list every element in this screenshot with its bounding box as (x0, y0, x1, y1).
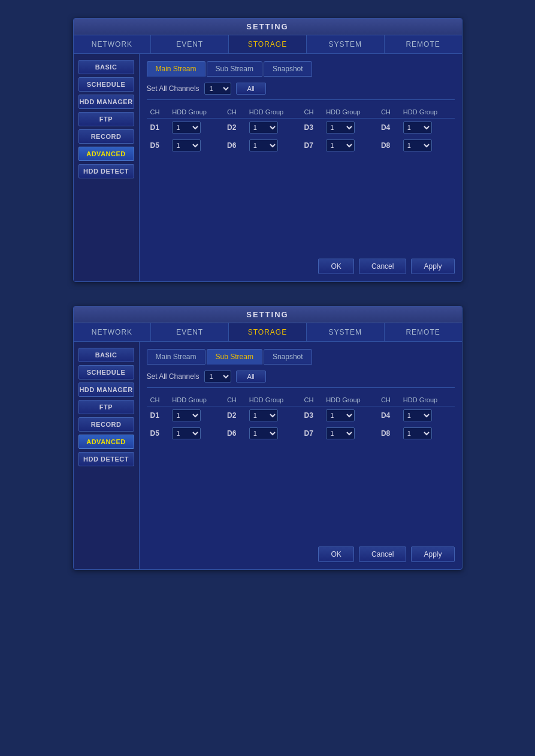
hdd-group-cell-D5: 1 (168, 136, 223, 154)
top-nav-event[interactable]: EVENT (151, 323, 229, 341)
col-header-5: HDD Group (322, 394, 377, 406)
ch-label-D3: D3 (300, 406, 322, 425)
tab-snapshot[interactable]: Snapshot (264, 349, 312, 365)
channel-table: CHHDD GroupCHHDD GroupCHHDD GroupCHHDD G… (147, 106, 455, 154)
hdd-group-select-D7[interactable]: 1 (326, 427, 355, 439)
tab-main-stream[interactable]: Main Stream (147, 61, 205, 77)
table-row: D11D21D31D41 (147, 406, 455, 425)
table-row: D51D61D71D81 (147, 424, 455, 442)
top-nav-network[interactable]: NETWORK (74, 35, 152, 53)
hdd-group-cell-D8: 1 (400, 136, 455, 154)
sidebar-btn-ftp[interactable]: FTP (78, 400, 134, 414)
hdd-group-select-D6[interactable]: 1 (249, 139, 278, 151)
ch-label-D7: D7 (300, 136, 322, 154)
content-area: Main StreamSub StreamSnapshotSet All Cha… (140, 54, 462, 281)
col-header-7: HDD Group (400, 106, 455, 119)
footer-buttons: OKCancelApply (147, 253, 455, 274)
col-header-0: CH (147, 394, 169, 406)
hdd-group-select-D8[interactable]: 1 (403, 139, 432, 151)
top-nav-network[interactable]: NETWORK (74, 323, 152, 341)
ch-label-D7: D7 (300, 424, 322, 442)
ch-label-D5: D5 (147, 136, 169, 154)
apply-button[interactable]: Apply (411, 259, 454, 274)
set-all-label: Set All Channels (147, 372, 200, 381)
hdd-group-cell-D1: 1 (168, 119, 223, 137)
hdd-group-cell-D3: 1 (322, 406, 377, 425)
hdd-group-select-D4[interactable]: 1 (403, 122, 432, 133)
sidebar-btn-basic[interactable]: BASIC (78, 60, 134, 74)
tab-sub-stream[interactable]: Sub Stream (207, 61, 262, 77)
hdd-group-select-D2[interactable]: 1 (249, 409, 278, 421)
hdd-group-select-D6[interactable]: 1 (249, 427, 278, 439)
hdd-group-select-D3[interactable]: 1 (326, 409, 355, 421)
hdd-group-select-D1[interactable]: 1 (172, 122, 201, 133)
sidebar-btn-ftp[interactable]: FTP (78, 112, 134, 126)
col-header-6: CH (377, 394, 400, 406)
set-all-select[interactable]: 1 (204, 371, 231, 382)
top-nav-system[interactable]: SYSTEM (307, 35, 385, 53)
hdd-group-cell-D8: 1 (400, 424, 455, 442)
ok-button[interactable]: OK (318, 259, 354, 274)
sidebar-btn-schedule[interactable]: SCHEDULE (78, 77, 134, 92)
sidebar: BASICSCHEDULEHDD MANAGERFTPRECORDADVANCE… (74, 54, 140, 281)
hdd-group-select-D3[interactable]: 1 (326, 122, 355, 133)
tab-bar: Main StreamSub StreamSnapshot (147, 349, 455, 365)
all-button[interactable]: All (236, 371, 266, 382)
ch-label-D6: D6 (223, 136, 246, 154)
sidebar-btn-hdd-detect[interactable]: HDD DETECT (78, 452, 134, 466)
hdd-group-cell-D6: 1 (246, 136, 301, 154)
cancel-button[interactable]: Cancel (359, 546, 406, 562)
top-nav-event[interactable]: EVENT (151, 35, 229, 53)
ch-label-D3: D3 (300, 119, 322, 137)
ch-label-D2: D2 (223, 406, 246, 425)
sidebar-btn-hdd-detect[interactable]: HDD DETECT (78, 164, 134, 178)
channel-table: CHHDD GroupCHHDD GroupCHHDD GroupCHHDD G… (147, 394, 455, 442)
hdd-group-select-D2[interactable]: 1 (249, 122, 278, 133)
top-nav-remote[interactable]: REMOTE (385, 35, 462, 53)
sidebar-btn-record[interactable]: RECORD (78, 417, 134, 432)
col-header-4: CH (300, 106, 322, 119)
hdd-group-select-D8[interactable]: 1 (403, 427, 432, 439)
tab-snapshot[interactable]: Snapshot (264, 61, 312, 77)
sidebar-btn-record[interactable]: RECORD (78, 129, 134, 144)
sidebar: BASICSCHEDULEHDD MANAGERFTPRECORDADVANCE… (74, 342, 140, 569)
col-header-7: HDD Group (400, 394, 455, 406)
sidebar-btn-basic[interactable]: BASIC (78, 348, 134, 362)
top-nav: NETWORKEVENTSTORAGESYSTEMREMOTE (74, 35, 462, 54)
sidebar-btn-hdd-manager[interactable]: HDD MANAGER (78, 382, 134, 397)
top-nav-storage[interactable]: STORAGE (229, 35, 307, 53)
hdd-group-select-D5[interactable]: 1 (172, 427, 201, 439)
top-nav-storage[interactable]: STORAGE (229, 323, 307, 341)
apply-button[interactable]: Apply (411, 546, 454, 562)
top-nav-system[interactable]: SYSTEM (307, 323, 385, 341)
table-row: D51D61D71D81 (147, 136, 455, 154)
cancel-button[interactable]: Cancel (359, 259, 406, 274)
sidebar-btn-advanced[interactable]: ADVANCED (78, 435, 134, 449)
top-nav-remote[interactable]: REMOTE (385, 323, 462, 341)
set-all-row: Set All Channels1All (147, 83, 455, 100)
hdd-group-cell-D7: 1 (322, 136, 377, 154)
col-header-1: HDD Group (168, 394, 223, 406)
hdd-group-select-D7[interactable]: 1 (326, 139, 355, 151)
sidebar-btn-hdd-manager[interactable]: HDD MANAGER (78, 95, 134, 109)
tab-sub-stream[interactable]: Sub Stream (207, 349, 262, 365)
set-all-select[interactable]: 1 (204, 83, 231, 95)
sidebar-btn-advanced[interactable]: ADVANCED (78, 147, 134, 161)
tab-main-stream[interactable]: Main Stream (147, 349, 205, 365)
ch-label-D8: D8 (377, 136, 400, 154)
top-nav: NETWORKEVENTSTORAGESYSTEMREMOTE (74, 323, 462, 342)
all-button[interactable]: All (236, 83, 266, 95)
setting-panel-1: SETTINGNETWORKEVENTSTORAGESYSTEMREMOTEBA… (73, 18, 463, 282)
hdd-group-cell-D7: 1 (322, 424, 377, 442)
hdd-group-select-D1[interactable]: 1 (172, 409, 201, 421)
ch-label-D2: D2 (223, 119, 246, 137)
col-header-1: HDD Group (168, 106, 223, 119)
ch-label-D4: D4 (377, 406, 400, 425)
ok-button[interactable]: OK (318, 546, 354, 562)
footer-buttons: OKCancelApply (147, 541, 455, 562)
hdd-group-select-D5[interactable]: 1 (172, 139, 201, 151)
sidebar-btn-schedule[interactable]: SCHEDULE (78, 365, 134, 379)
hdd-group-cell-D1: 1 (168, 406, 223, 425)
ch-label-D4: D4 (377, 119, 400, 137)
hdd-group-select-D4[interactable]: 1 (403, 409, 432, 421)
